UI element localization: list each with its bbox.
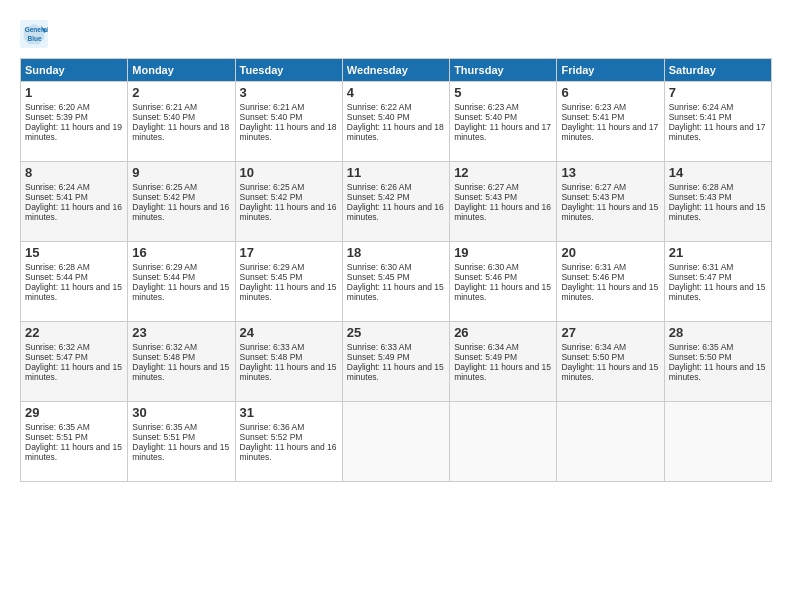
- daylight-hours: Daylight: 11 hours and 15 minutes.: [454, 362, 551, 382]
- calendar-cell: [450, 402, 557, 482]
- page: General Blue SundayMondayTuesdayWednesda…: [0, 0, 792, 612]
- sunset: Sunset: 5:39 PM: [25, 112, 88, 122]
- sunset: Sunset: 5:48 PM: [240, 352, 303, 362]
- calendar-week-4: 22Sunrise: 6:32 AMSunset: 5:47 PMDayligh…: [21, 322, 772, 402]
- daylight-hours: Daylight: 11 hours and 18 minutes.: [240, 122, 337, 142]
- sunrise: Sunrise: 6:21 AM: [240, 102, 305, 112]
- daylight-hours: Daylight: 11 hours and 15 minutes.: [25, 282, 122, 302]
- calendar-cell: 1Sunrise: 6:20 AMSunset: 5:39 PMDaylight…: [21, 82, 128, 162]
- sunrise: Sunrise: 6:29 AM: [132, 262, 197, 272]
- calendar-cell: 14Sunrise: 6:28 AMSunset: 5:43 PMDayligh…: [664, 162, 771, 242]
- calendar-week-1: 1Sunrise: 6:20 AMSunset: 5:39 PMDaylight…: [21, 82, 772, 162]
- sunrise: Sunrise: 6:24 AM: [25, 182, 90, 192]
- daylight-hours: Daylight: 11 hours and 17 minutes.: [669, 122, 766, 142]
- day-number: 13: [561, 165, 659, 180]
- weekday-header-friday: Friday: [557, 59, 664, 82]
- calendar-cell: 28Sunrise: 6:35 AMSunset: 5:50 PMDayligh…: [664, 322, 771, 402]
- weekday-header-saturday: Saturday: [664, 59, 771, 82]
- calendar-cell: [664, 402, 771, 482]
- day-number: 25: [347, 325, 445, 340]
- sunset: Sunset: 5:44 PM: [25, 272, 88, 282]
- daylight-hours: Daylight: 11 hours and 16 minutes.: [240, 442, 337, 462]
- daylight-hours: Daylight: 11 hours and 16 minutes.: [132, 202, 229, 222]
- sunset: Sunset: 5:44 PM: [132, 272, 195, 282]
- calendar-cell: 17Sunrise: 6:29 AMSunset: 5:45 PMDayligh…: [235, 242, 342, 322]
- sunset: Sunset: 5:40 PM: [454, 112, 517, 122]
- sunrise: Sunrise: 6:23 AM: [454, 102, 519, 112]
- sunset: Sunset: 5:42 PM: [132, 192, 195, 202]
- day-number: 21: [669, 245, 767, 260]
- calendar-cell: 12Sunrise: 6:27 AMSunset: 5:43 PMDayligh…: [450, 162, 557, 242]
- daylight-hours: Daylight: 11 hours and 15 minutes.: [561, 202, 658, 222]
- day-number: 28: [669, 325, 767, 340]
- calendar-cell: [342, 402, 449, 482]
- calendar-cell: 2Sunrise: 6:21 AMSunset: 5:40 PMDaylight…: [128, 82, 235, 162]
- day-number: 18: [347, 245, 445, 260]
- sunset: Sunset: 5:45 PM: [240, 272, 303, 282]
- sunrise: Sunrise: 6:28 AM: [25, 262, 90, 272]
- daylight-hours: Daylight: 11 hours and 15 minutes.: [25, 442, 122, 462]
- sunrise: Sunrise: 6:35 AM: [669, 342, 734, 352]
- day-number: 30: [132, 405, 230, 420]
- day-number: 6: [561, 85, 659, 100]
- calendar-cell: 31Sunrise: 6:36 AMSunset: 5:52 PMDayligh…: [235, 402, 342, 482]
- day-number: 1: [25, 85, 123, 100]
- sunset: Sunset: 5:51 PM: [132, 432, 195, 442]
- sunset: Sunset: 5:46 PM: [561, 272, 624, 282]
- day-number: 3: [240, 85, 338, 100]
- day-number: 23: [132, 325, 230, 340]
- calendar-cell: 15Sunrise: 6:28 AMSunset: 5:44 PMDayligh…: [21, 242, 128, 322]
- sunrise: Sunrise: 6:21 AM: [132, 102, 197, 112]
- sunrise: Sunrise: 6:23 AM: [561, 102, 626, 112]
- daylight-hours: Daylight: 11 hours and 15 minutes.: [25, 362, 122, 382]
- calendar-cell: 3Sunrise: 6:21 AMSunset: 5:40 PMDaylight…: [235, 82, 342, 162]
- sunrise: Sunrise: 6:33 AM: [347, 342, 412, 352]
- daylight-hours: Daylight: 11 hours and 15 minutes.: [669, 362, 766, 382]
- calendar-cell: 13Sunrise: 6:27 AMSunset: 5:43 PMDayligh…: [557, 162, 664, 242]
- day-number: 26: [454, 325, 552, 340]
- calendar-cell: 6Sunrise: 6:23 AMSunset: 5:41 PMDaylight…: [557, 82, 664, 162]
- daylight-hours: Daylight: 11 hours and 15 minutes.: [240, 362, 337, 382]
- sunrise: Sunrise: 6:34 AM: [561, 342, 626, 352]
- day-number: 15: [25, 245, 123, 260]
- sunset: Sunset: 5:50 PM: [561, 352, 624, 362]
- calendar-cell: 9Sunrise: 6:25 AMSunset: 5:42 PMDaylight…: [128, 162, 235, 242]
- header: General Blue: [20, 20, 772, 48]
- sunrise: Sunrise: 6:33 AM: [240, 342, 305, 352]
- sunset: Sunset: 5:49 PM: [454, 352, 517, 362]
- weekday-header-wednesday: Wednesday: [342, 59, 449, 82]
- sunrise: Sunrise: 6:35 AM: [25, 422, 90, 432]
- daylight-hours: Daylight: 11 hours and 15 minutes.: [240, 282, 337, 302]
- calendar-table: SundayMondayTuesdayWednesdayThursdayFrid…: [20, 58, 772, 482]
- day-number: 16: [132, 245, 230, 260]
- weekday-header-tuesday: Tuesday: [235, 59, 342, 82]
- calendar-cell: 29Sunrise: 6:35 AMSunset: 5:51 PMDayligh…: [21, 402, 128, 482]
- day-number: 27: [561, 325, 659, 340]
- day-number: 29: [25, 405, 123, 420]
- sunrise: Sunrise: 6:24 AM: [669, 102, 734, 112]
- sunset: Sunset: 5:52 PM: [240, 432, 303, 442]
- daylight-hours: Daylight: 11 hours and 15 minutes.: [347, 362, 444, 382]
- calendar-cell: 10Sunrise: 6:25 AMSunset: 5:42 PMDayligh…: [235, 162, 342, 242]
- calendar-cell: 16Sunrise: 6:29 AMSunset: 5:44 PMDayligh…: [128, 242, 235, 322]
- daylight-hours: Daylight: 11 hours and 15 minutes.: [347, 282, 444, 302]
- sunset: Sunset: 5:43 PM: [454, 192, 517, 202]
- daylight-hours: Daylight: 11 hours and 15 minutes.: [132, 442, 229, 462]
- calendar-cell: 21Sunrise: 6:31 AMSunset: 5:47 PMDayligh…: [664, 242, 771, 322]
- day-number: 31: [240, 405, 338, 420]
- sunrise: Sunrise: 6:32 AM: [132, 342, 197, 352]
- sunset: Sunset: 5:43 PM: [561, 192, 624, 202]
- calendar-cell: 11Sunrise: 6:26 AMSunset: 5:42 PMDayligh…: [342, 162, 449, 242]
- calendar-cell: 27Sunrise: 6:34 AMSunset: 5:50 PMDayligh…: [557, 322, 664, 402]
- daylight-hours: Daylight: 11 hours and 15 minutes.: [669, 202, 766, 222]
- sunset: Sunset: 5:43 PM: [669, 192, 732, 202]
- day-number: 22: [25, 325, 123, 340]
- sunset: Sunset: 5:50 PM: [669, 352, 732, 362]
- day-number: 4: [347, 85, 445, 100]
- daylight-hours: Daylight: 11 hours and 15 minutes.: [132, 282, 229, 302]
- calendar-cell: 22Sunrise: 6:32 AMSunset: 5:47 PMDayligh…: [21, 322, 128, 402]
- calendar-cell: 7Sunrise: 6:24 AMSunset: 5:41 PMDaylight…: [664, 82, 771, 162]
- day-number: 5: [454, 85, 552, 100]
- daylight-hours: Daylight: 11 hours and 15 minutes.: [669, 282, 766, 302]
- sunrise: Sunrise: 6:34 AM: [454, 342, 519, 352]
